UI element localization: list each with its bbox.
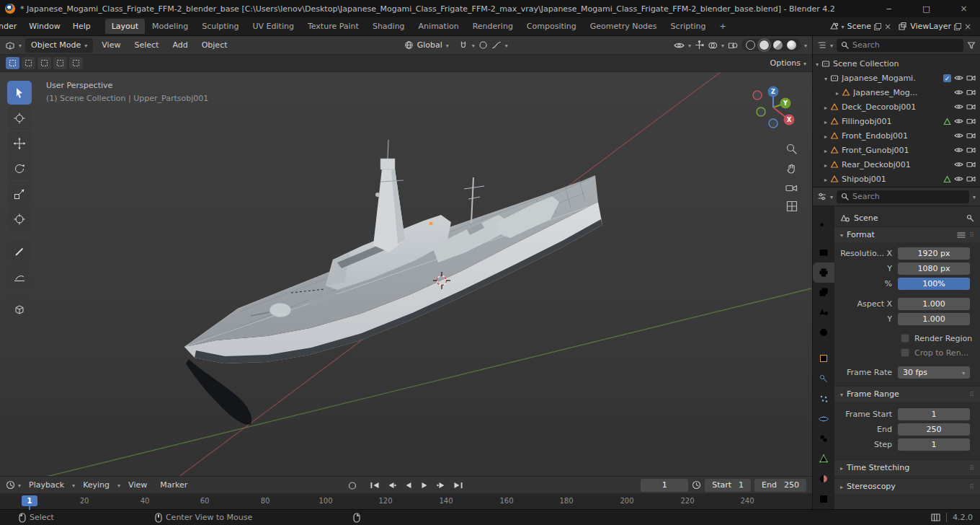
ship-model[interactable] [184, 140, 602, 425]
new-viewlayer-icon[interactable] [954, 23, 961, 30]
format-panel-header[interactable]: Format [834, 226, 980, 242]
snap-magnet-icon[interactable] [458, 40, 468, 50]
workspace-tab-compositing[interactable]: Compositing [520, 19, 583, 34]
editor-type-timeline-icon[interactable] [6, 480, 15, 490]
aspect-x-field[interactable]: 1.000 [898, 298, 970, 310]
tab-object[interactable] [813, 348, 834, 369]
chevron-right-icon[interactable] [824, 160, 827, 169]
chevron-right-icon[interactable] [836, 88, 839, 97]
tool-move[interactable] [7, 131, 32, 155]
filter-funnel-icon[interactable] [967, 41, 976, 50]
workspace-tab-texture-paint[interactable]: Texture Paint [301, 19, 365, 34]
panel-grip-icon[interactable] [969, 389, 974, 399]
hide-eye-icon[interactable] [954, 74, 963, 81]
render-camera-icon[interactable] [966, 103, 976, 110]
minimize-button[interactable] [873, 0, 905, 17]
maximize-button[interactable] [910, 0, 943, 17]
resolution-y-field[interactable]: 1080 px [898, 262, 970, 275]
prev-keyframe-button[interactable] [384, 479, 398, 492]
menu-window[interactable]: Window [23, 19, 66, 34]
chevron-down-icon[interactable] [816, 59, 819, 69]
next-keyframe-button[interactable] [434, 479, 448, 492]
gizmo-z-axis[interactable]: Z [771, 89, 775, 95]
navigation-gizmo[interactable]: Z Y X [744, 78, 802, 136]
hide-eye-icon[interactable] [954, 118, 963, 125]
gizmo-x-axis[interactable]: X [787, 117, 792, 123]
outliner-item-label[interactable]: Deck_Decorobj001 [842, 102, 916, 112]
chevron-right-icon[interactable] [824, 146, 827, 155]
proportional-edit-icon[interactable] [478, 40, 488, 50]
menu-help[interactable]: Help [67, 19, 97, 34]
shading-rendered-button[interactable] [787, 40, 796, 50]
render-camera-icon[interactable] [966, 74, 976, 81]
current-frame-field[interactable]: 1 [641, 479, 688, 492]
panel-grip-icon[interactable] [969, 482, 974, 491]
outliner-item-label[interactable]: Rear_Deckobj001 [842, 160, 911, 169]
tool-scale[interactable] [7, 182, 32, 206]
chevron-down-icon[interactable] [19, 40, 22, 50]
jump-to-start-button[interactable] [368, 479, 382, 492]
menu-view[interactable]: View [97, 38, 125, 52]
playhead[interactable]: 1 [22, 495, 37, 506]
hide-eye-icon[interactable] [954, 161, 963, 168]
pin-icon[interactable] [966, 213, 974, 222]
outliner-item-label[interactable]: Japanese_Mog... [853, 88, 917, 97]
filter-dropdown-icon[interactable] [973, 192, 976, 201]
format-presets-icon[interactable] [957, 231, 966, 239]
outliner-row-object[interactable]: Fillingobj001 [813, 114, 980, 128]
chevron-right-icon[interactable] [824, 117, 827, 126]
outliner-row-object[interactable]: Rear_Deckobj001 [813, 157, 980, 172]
show-gizmo-icon[interactable] [695, 40, 704, 50]
tab-object-data[interactable] [813, 449, 834, 469]
render-camera-icon[interactable] [966, 118, 976, 125]
frame-end-field[interactable]: End 250 [754, 479, 806, 492]
menu-keying[interactable]: Keying [78, 478, 115, 492]
aspect-y-field[interactable]: 1.000 [898, 313, 970, 325]
pan-hand-icon[interactable] [785, 163, 798, 175]
tool-annotate[interactable] [7, 239, 32, 263]
render-camera-icon[interactable] [966, 175, 976, 182]
tab-output[interactable] [813, 262, 834, 283]
tab-view-layer[interactable] [813, 283, 834, 303]
tab-scene[interactable] [813, 302, 834, 322]
frame-rate-dropdown[interactable]: 30 fps [898, 366, 970, 379]
chevron-down-icon[interactable] [688, 40, 691, 50]
tool-add-cube[interactable] [7, 297, 32, 321]
outliner-row-object[interactable]: Japanese_Mog... [813, 85, 980, 100]
show-overlays-icon[interactable] [708, 41, 718, 50]
select-set-button[interactable] [6, 57, 19, 69]
outliner-search-input[interactable] [852, 40, 959, 50]
outliner-row-collection[interactable]: Japanese_Mogami. [813, 71, 980, 85]
select-extend-button[interactable] [22, 57, 35, 69]
render-region-checkbox[interactable] [901, 334, 909, 343]
time-stretching-panel-header[interactable]: Time Stretching [834, 459, 980, 475]
transform-orientation-dropdown[interactable]: Global [398, 38, 455, 53]
frame-start-prop-field[interactable]: 1 [898, 408, 970, 420]
play-button[interactable] [417, 479, 432, 492]
tab-particles[interactable] [813, 389, 834, 409]
ortho-grid-icon[interactable] [786, 200, 798, 212]
falloff-curve-icon[interactable] [491, 40, 502, 50]
chevron-down-icon[interactable] [472, 40, 475, 50]
outliner-row-scene-collection[interactable]: Scene Collection [813, 56, 980, 71]
collection-checkbox[interactable] [943, 74, 951, 82]
play-reverse-button[interactable] [401, 479, 415, 492]
options-dropdown[interactable]: Options [770, 58, 806, 68]
gizmo-y-axis[interactable]: Y [783, 100, 788, 107]
workspace-tab-animation[interactable]: Animation [412, 19, 466, 34]
outliner-row-object[interactable]: Front_Gunobj001 [813, 143, 980, 157]
tool-cursor[interactable] [7, 106, 32, 130]
chevron-down-icon[interactable] [830, 40, 833, 50]
gizmo-neg-x-axis[interactable] [753, 91, 762, 100]
tool-select-box[interactable] [7, 81, 32, 105]
outliner-item-label[interactable]: Fillingobj001 [842, 117, 891, 126]
toggle-xray-icon[interactable] [728, 41, 738, 50]
jump-to-end-button[interactable] [450, 479, 465, 492]
editor-type-properties-icon[interactable] [817, 192, 827, 201]
chevron-down-icon[interactable] [830, 192, 833, 201]
menu-tl-view[interactable]: View [123, 478, 152, 492]
outliner-row-object[interactable]: Deck_Decorobj001 [813, 100, 980, 114]
shading-wireframe-button[interactable] [746, 40, 755, 50]
menu-select[interactable]: Select [129, 38, 164, 52]
select-intersect-button[interactable] [69, 57, 83, 69]
